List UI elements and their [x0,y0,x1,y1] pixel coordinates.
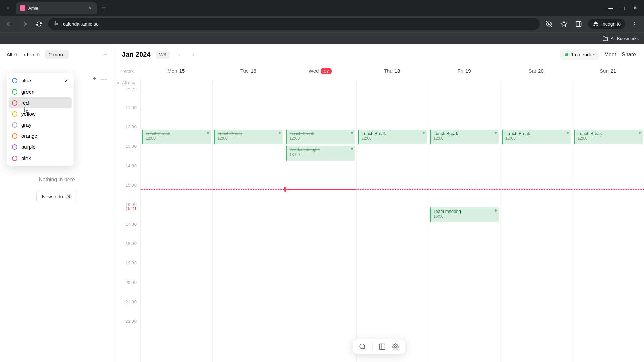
calendar-event[interactable]: Product sample13:00 [286,146,355,161]
prev-week-button[interactable]: ‹ [175,50,183,59]
site-settings-icon[interactable] [54,21,59,27]
sidebar-tab-more[interactable]: 2 more [45,50,69,59]
new-todo-button[interactable]: New todo N [36,191,77,202]
day-column[interactable]: Lunch Break12:00 [500,88,572,362]
calendar-event[interactable]: Lunch Break12:00 [574,130,643,144]
allday-cell[interactable] [572,78,644,88]
color-option-gray[interactable]: gray [9,119,72,130]
calendar-main: Jan 2024 W3 ‹ › 1 calendar Meet Share +W… [114,44,644,362]
all-bookmarks-link[interactable]: All Bookmarks [603,36,639,41]
color-option-green[interactable]: green [9,86,72,97]
meet-button[interactable]: Meet [604,52,616,58]
favicon [20,5,25,11]
color-option-yellow[interactable]: yellow [9,108,72,119]
time-label: 11:00 [114,105,140,124]
allday-cell[interactable] [212,78,284,88]
now-indicator [500,189,572,190]
color-option-purple[interactable]: purple [9,141,72,153]
color-label: red [21,100,29,106]
day-column[interactable]: Lunch Break12:00 [212,88,284,362]
close-tab-icon[interactable]: × [87,5,93,11]
sidebar-tab-inbox[interactable]: Inbox 0 [22,52,40,57]
event-time: 12:00 [362,136,424,141]
allday-cell[interactable] [356,78,428,88]
calendar-event[interactable]: Team meeting16:00 [430,207,499,222]
calendar-event[interactable]: Lunch Break12:00 [214,130,283,144]
calendar-event[interactable]: Lunch Break12:00 [286,130,355,144]
day-column[interactable]: Lunch Break12:00Product sample13:00 [284,88,356,362]
sidebar-tab-all[interactable]: All 0 [7,52,17,57]
color-swatch-icon [12,156,17,161]
event-time: 12:00 [577,136,640,141]
day-header[interactable]: Wed17 [284,65,356,78]
search-icon[interactable] [359,343,366,350]
allday-cell[interactable] [140,78,212,88]
tab-search-dropdown[interactable] [3,3,13,13]
incognito-badge[interactable]: Incognito [588,19,625,29]
event-title: Lunch Break [289,131,352,136]
color-option-pink[interactable]: pink [9,153,72,164]
svg-rect-4 [576,22,581,27]
bookmarks-bar: All Bookmarks [0,32,644,44]
forward-button[interactable] [19,19,30,29]
address-bar[interactable]: calendar.amie.so [48,18,540,30]
allday-cell[interactable] [428,78,500,88]
add-list-button[interactable]: + [103,51,107,58]
next-week-button[interactable]: › [189,50,197,59]
folder-icon [603,36,608,41]
color-option-blue[interactable]: blue✓ [9,75,72,86]
event-dot-icon [423,132,425,134]
new-tab-button[interactable]: + [97,4,111,12]
check-icon: ✓ [64,78,68,83]
eye-off-icon[interactable] [544,19,554,29]
list-menu-icon[interactable]: ⋯ [101,75,107,83]
browser-toolbar: calendar.amie.so Incognito ⋮ [0,16,644,32]
toggle-sidebar-icon[interactable] [379,343,386,350]
event-dot-icon [279,132,281,134]
gutter-header[interactable]: +Work [114,65,140,78]
bookmark-star-icon[interactable] [558,19,569,29]
allday-label[interactable]: All day [114,78,140,88]
day-header[interactable]: Thu18 [356,65,428,78]
day-header[interactable]: Sun21 [572,65,644,78]
share-button[interactable]: Share [622,52,636,58]
maximize-window-icon[interactable]: ◻ [621,5,625,11]
svg-point-6 [360,344,365,349]
time-label: 22:00 [114,319,140,338]
settings-icon[interactable] [392,343,399,350]
color-option-red[interactable]: red [9,97,72,108]
calendar-event[interactable]: Lunch Break12:00 [430,130,499,144]
back-button[interactable] [4,19,15,29]
day-column[interactable]: Lunch Break12:00 [572,88,644,362]
svg-marker-3 [561,21,567,27]
day-header[interactable]: Mon15 [140,65,212,78]
day-header[interactable]: Tue16 [212,65,284,78]
close-window-icon[interactable]: ✕ [633,5,637,11]
time-label: 14:00 [114,163,140,183]
allday-cell[interactable] [284,78,356,88]
color-swatch-icon [12,122,17,128]
calendar-event[interactable]: Lunch Break12:00 [142,130,211,144]
add-todo-icon[interactable]: + [93,75,96,83]
event-dot-icon [351,132,353,134]
day-column[interactable]: Lunch Break12:00Team meeting16:00 [428,88,500,362]
event-dot-icon [567,132,569,134]
minimize-window-icon[interactable]: — [608,5,613,11]
time-label: 16:00 [114,202,140,222]
day-header[interactable]: Fri19 [428,65,500,78]
color-label: green [21,89,34,95]
day-header[interactable]: Sat20 [500,65,572,78]
day-column[interactable]: Lunch Break12:00 [140,88,212,362]
color-option-orange[interactable]: orange [9,130,72,141]
browser-tab[interactable]: Amie × [16,2,97,14]
allday-cell[interactable] [500,78,572,88]
reload-button[interactable] [34,19,44,29]
menu-icon[interactable]: ⋮ [629,19,640,29]
calendar-event[interactable]: Lunch Break12:00 [502,130,571,144]
day-column[interactable]: Lunch Break12:00 [356,88,428,362]
side-panel-icon[interactable] [573,19,584,29]
now-marker [284,187,286,192]
calendar-event[interactable]: Lunch Break12:00 [358,130,427,144]
event-time: 12:00 [505,136,568,141]
calendar-selector[interactable]: 1 calendar [560,49,599,60]
